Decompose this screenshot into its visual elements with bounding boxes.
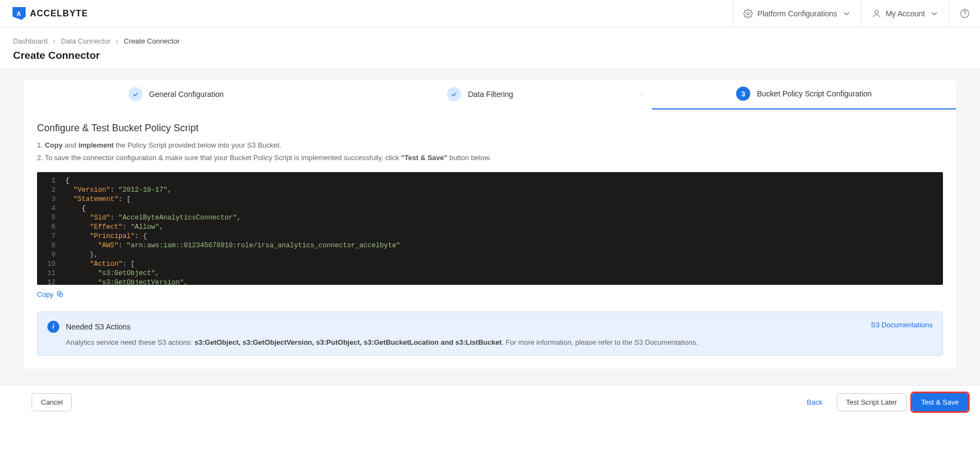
copy-icon <box>56 290 64 298</box>
logo-mark-icon: A <box>13 7 26 20</box>
breadcrumb: Dashboard › Data Connector › Create Conn… <box>13 37 967 45</box>
info-body: Analytics service need these S3 actions:… <box>47 338 933 346</box>
step-data-filtering[interactable]: Data Filtering <box>328 87 633 109</box>
breadcrumb-data-connector[interactable]: Data Connector <box>61 37 111 45</box>
copy-button[interactable]: Copy <box>37 290 64 298</box>
code-editor[interactable]: 1{2 "Version": "2012-10-17",3 "Statement… <box>37 172 943 285</box>
info-box: S3 Documentations i Needed S3 Actions An… <box>37 312 943 356</box>
copy-label: Copy <box>37 290 53 298</box>
svg-point-0 <box>747 12 750 15</box>
test-script-later-button[interactable]: Test Script Later <box>837 393 906 411</box>
info-icon: i <box>47 321 59 333</box>
check-icon <box>447 87 461 101</box>
breadcrumb-current: Create Connector <box>124 37 180 45</box>
brand-logo[interactable]: A ACCELBYTE <box>0 7 88 20</box>
step-general-configuration[interactable]: General Configuration <box>24 87 328 109</box>
step-label: Bucket Policy Script Configuration <box>757 89 872 98</box>
my-account-label: My Account <box>886 9 925 18</box>
page-title: Create Connector <box>13 50 967 62</box>
footer-bar: Cancel Back Test Script Later Test & Sav… <box>0 385 980 419</box>
code-editor-wrap: 1{2 "Version": "2012-10-17",3 "Statement… <box>37 172 943 285</box>
cancel-button[interactable]: Cancel <box>32 393 72 411</box>
s3-documentations-link[interactable]: S3 Documentations <box>871 321 933 329</box>
chevron-down-icon <box>842 9 852 19</box>
user-icon <box>872 9 881 19</box>
section-body: Configure & Test Bucket Policy Script 1.… <box>24 109 956 369</box>
platform-configurations-label: Platform Configurations <box>757 9 837 18</box>
platform-configurations-menu[interactable]: Platform Configurations <box>733 0 861 27</box>
wizard-card: General Configuration Data Filtering 3 B… <box>24 80 956 369</box>
svg-point-1 <box>875 10 878 14</box>
help-button[interactable] <box>949 0 980 27</box>
section-title: Configure & Test Bucket Policy Script <box>37 123 943 134</box>
step-label: Data Filtering <box>468 90 513 99</box>
chevron-right-icon <box>632 90 652 106</box>
breadcrumb-sep: › <box>116 37 118 45</box>
breadcrumb-dashboard[interactable]: Dashboard <box>13 37 48 45</box>
top-header: A ACCELBYTE Platform Configurations My A… <box>0 0 980 27</box>
breadcrumb-sep: › <box>53 37 56 45</box>
step-label: General Configuration <box>149 90 224 99</box>
page-head: Dashboard › Data Connector › Create Conn… <box>0 27 980 68</box>
instruction-line-2: 2. To save the connector configuration &… <box>37 152 943 164</box>
step-bucket-policy[interactable]: 3 Bucket Policy Script Configuration <box>652 87 956 109</box>
wizard-steps: General Configuration Data Filtering 3 B… <box>24 80 956 109</box>
step-number: 3 <box>736 87 750 101</box>
my-account-menu[interactable]: My Account <box>861 0 949 27</box>
chevron-down-icon <box>929 9 939 19</box>
instructions: 1. Copy and implement the Policy Script … <box>37 139 943 164</box>
back-button[interactable]: Back <box>798 394 831 411</box>
help-icon <box>959 8 970 19</box>
instruction-line-1: 1. Copy and implement the Policy Script … <box>37 139 943 152</box>
svg-point-3 <box>964 15 965 16</box>
gear-icon <box>743 9 753 19</box>
main-area: General Configuration Data Filtering 3 B… <box>0 68 980 385</box>
test-and-save-button[interactable]: Test & Save <box>912 393 968 411</box>
info-title: Needed S3 Actions <box>66 322 131 331</box>
check-icon <box>128 87 143 101</box>
brand-name: ACCELBYTE <box>30 9 88 19</box>
